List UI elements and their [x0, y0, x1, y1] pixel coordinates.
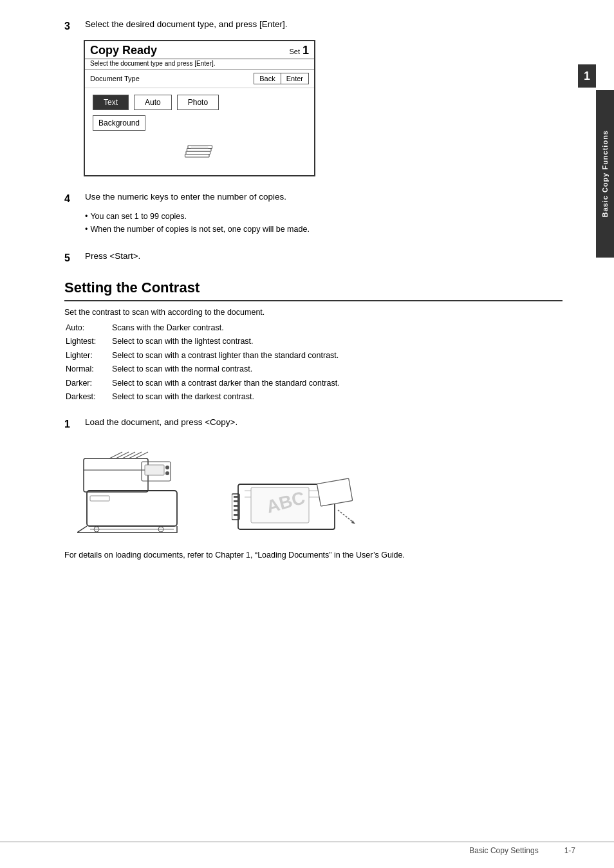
- desc-text-lightest: Select to scan with the lightest contras…: [112, 335, 561, 348]
- chapter-badge: 1: [578, 64, 596, 88]
- desc-row-darker: Darker: Select to scan with a contrast d…: [66, 377, 561, 390]
- page-container: 1 Basic Copy Functions 3 Select the desi…: [0, 0, 614, 868]
- svg-point-17: [165, 471, 169, 475]
- step-4-bullet-1: You can set 1 to 99 copies.: [85, 210, 563, 223]
- page-footer: Basic Copy Settings 1-7: [0, 842, 614, 855]
- screen-enter-btn[interactable]: Enter: [281, 73, 309, 84]
- screen-type-auto-btn[interactable]: Auto: [134, 95, 172, 110]
- desc-label-lightest: Lightest:: [66, 335, 111, 348]
- svg-rect-30: [234, 505, 237, 507]
- svg-rect-15: [145, 465, 164, 475]
- svg-line-13: [135, 452, 148, 458]
- screen-bg-btn-row: Background: [93, 115, 306, 131]
- section-step-1-text: Load the document, and press <Copy>.: [85, 417, 237, 427]
- svg-line-12: [129, 452, 142, 458]
- screen-body: Text Auto Photo Background: [85, 88, 314, 175]
- svg-rect-35: [317, 478, 352, 506]
- step-4-number: 4: [64, 193, 82, 205]
- section-step-1-block: 1 Load the document, and press <Copy>.: [64, 417, 563, 430]
- screen-bg-btn[interactable]: Background: [93, 115, 145, 131]
- desc-text-darker: Select to scan with a contrast darker th…: [112, 377, 561, 390]
- svg-rect-31: [234, 509, 237, 511]
- desc-text-darkest: Select to scan with the darkest contrast…: [112, 391, 561, 403]
- screen-toolbar: Document Type Back Enter: [85, 70, 314, 88]
- desc-label-darker: Darker:: [66, 377, 111, 390]
- svg-line-11: [122, 452, 135, 458]
- screen-icon-area: [93, 136, 306, 165]
- desc-text-lighter: Select to scan with a contrast lighter t…: [112, 350, 561, 362]
- step-3-text: Select the desired document type, and pr…: [85, 19, 287, 29]
- svg-rect-19: [90, 496, 109, 501]
- svg-rect-0: [185, 155, 210, 158]
- screen-type-photo-btn[interactable]: Photo: [177, 95, 219, 110]
- desc-label-darkest: Darkest:: [66, 391, 111, 403]
- svg-rect-28: [234, 496, 237, 498]
- note-text: For details on loading documents, refer …: [64, 549, 563, 561]
- step-5-text: Press <Start>.: [85, 251, 140, 261]
- screen-type-text-btn[interactable]: Text: [93, 95, 129, 110]
- desc-row-darkest: Darkest: Select to scan with the darkest…: [66, 391, 561, 403]
- section-step-1-number: 1: [64, 419, 82, 430]
- desc-row-auto: Auto: Scans with the Darker contrast.: [66, 322, 561, 334]
- desc-table: Auto: Scans with the Darker contrast. Li…: [64, 321, 563, 404]
- screen-set-label: Set: [289, 48, 300, 55]
- screen-title: Copy Ready: [90, 44, 157, 57]
- desc-text-auto: Scans with the Darker contrast.: [112, 322, 561, 334]
- screen-type-btn-row: Text Auto Photo: [93, 95, 306, 110]
- step-4-block: 4 Use the numeric keys to enter the numb…: [64, 192, 563, 236]
- svg-rect-32: [234, 514, 237, 516]
- step-3-number: 3: [64, 21, 82, 32]
- desc-text-normal: Select to scan with the normal contrast.: [112, 363, 561, 375]
- step-3-block: 3 Select the desired document type, and …: [64, 19, 563, 176]
- screen-subtitle: Select the document type and press [Ente…: [85, 59, 314, 70]
- footer-center: Basic Copy Settings: [469, 846, 538, 855]
- desc-label-lighter: Lighter:: [66, 350, 111, 362]
- svg-point-16: [165, 466, 169, 469]
- screen-btn-group: Back Enter: [254, 73, 309, 84]
- step-4-bullets: You can set 1 to 99 copies. When the num…: [85, 210, 563, 236]
- printer-right-icon: ABC: [232, 446, 360, 536]
- screen-doc-type-label: Document Type: [90, 75, 140, 82]
- desc-intro: Set the contrast to scan with according …: [64, 308, 563, 317]
- svg-line-33: [338, 510, 354, 523]
- step-5-number: 5: [64, 252, 82, 264]
- svg-rect-29: [234, 500, 237, 502]
- desc-row-normal: Normal: Select to scan with the normal c…: [66, 363, 561, 375]
- step-5-block: 5 Press <Start>.: [64, 251, 563, 264]
- screen-set-num: 1: [302, 44, 309, 57]
- desc-row-lighter: Lighter: Select to scan with a contrast …: [66, 350, 561, 362]
- step-4-text: Use the numeric keys to enter the number…: [85, 192, 286, 202]
- screen-back-btn[interactable]: Back: [254, 73, 280, 84]
- svg-line-10: [116, 452, 129, 458]
- sidebar-tab-label: Basic Copy Functions: [601, 130, 609, 218]
- footer-right: 1-7: [564, 846, 575, 855]
- desc-label-normal: Normal:: [66, 363, 111, 375]
- screen-title-bar: Copy Ready Set 1: [85, 41, 314, 59]
- section-heading: Setting the Contrast: [64, 279, 563, 301]
- sidebar-tab: Basic Copy Functions: [596, 90, 614, 258]
- svg-rect-1: [186, 151, 210, 155]
- step-4-bullet-2: When the number of copies is not set, on…: [85, 223, 563, 236]
- desc-row-lightest: Lightest: Select to scan with the lighte…: [66, 335, 561, 348]
- printer-left-icon: [77, 446, 193, 536]
- desc-label-auto: Auto:: [66, 322, 111, 334]
- screen-mockup: Copy Ready Set 1 Select the document typ…: [84, 40, 315, 176]
- svg-rect-7: [84, 458, 148, 492]
- svg-line-9: [109, 452, 122, 458]
- printer-images: ABC: [77, 446, 563, 536]
- paper-stack-icon: [180, 136, 219, 165]
- svg-rect-2: [187, 149, 212, 152]
